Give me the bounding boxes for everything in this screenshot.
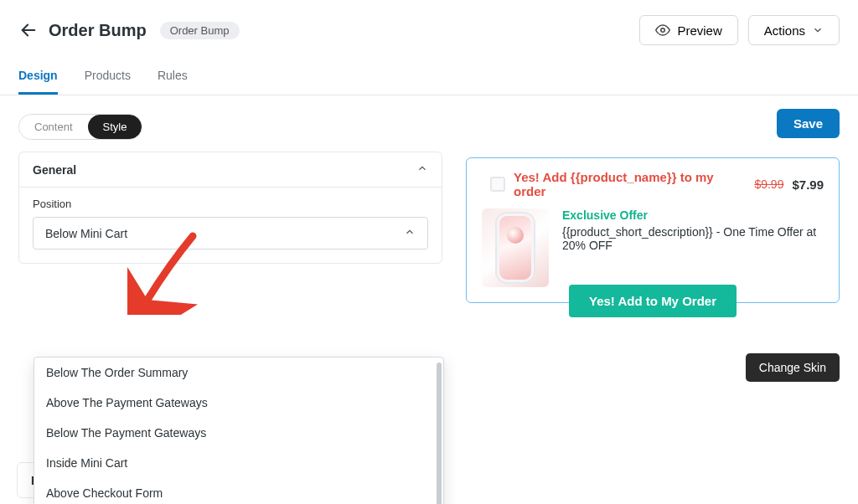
preview-button[interactable]: Preview: [639, 15, 737, 45]
tab-rules[interactable]: Rules: [158, 60, 188, 95]
option-above-payment[interactable]: Above The Payment Gateways: [34, 388, 443, 418]
chevron-up-icon: [404, 226, 416, 240]
tab-products[interactable]: Products: [85, 60, 131, 95]
offer-title: Yes! Add {{product_name}} to my order: [514, 170, 746, 198]
product-image: [482, 208, 549, 287]
option-inside-mini[interactable]: Inside Mini Cart: [34, 448, 443, 478]
offer-price: $7.99: [792, 177, 824, 192]
position-select[interactable]: Below Mini Cart: [33, 217, 428, 249]
option-above-checkout[interactable]: Above Checkout Form: [34, 478, 443, 504]
general-panel: General Position Below Mini Cart: [18, 152, 442, 264]
position-selected: Below Mini Cart: [45, 227, 127, 240]
offer-cta-button[interactable]: Yes! Add to My Order: [569, 285, 737, 317]
eye-icon: [655, 23, 670, 38]
chevron-down-icon: [812, 24, 824, 36]
page-title: Order Bump: [49, 21, 147, 40]
svg-point-1: [661, 28, 665, 33]
option-below-payment[interactable]: Below The Payment Gateways: [34, 418, 443, 448]
tab-design[interactable]: Design: [18, 60, 58, 95]
toggle-style[interactable]: Style: [88, 115, 142, 139]
offer-checkbox[interactable]: [490, 177, 505, 192]
actions-button[interactable]: Actions: [748, 15, 840, 45]
position-dropdown: Below The Order Summary Above The Paymen…: [34, 357, 444, 504]
dropdown-scrollbar[interactable]: [437, 363, 442, 504]
content-style-toggle: Content Style: [18, 114, 142, 140]
general-header[interactable]: General: [19, 152, 442, 187]
position-label: Position: [33, 198, 428, 210]
page-tag: Order Bump: [160, 22, 240, 39]
change-skin-button[interactable]: Change Skin: [746, 353, 840, 382]
offer-card: Yes! Add {{product_name}} to my order $9…: [466, 157, 840, 303]
save-button[interactable]: Save: [777, 109, 840, 138]
general-title: General: [33, 163, 76, 177]
option-below-order-summary[interactable]: Below The Order Summary: [34, 357, 443, 388]
back-arrow[interactable]: [18, 20, 39, 40]
toggle-content[interactable]: Content: [19, 115, 88, 139]
offer-subtitle: Exclusive Offer: [562, 208, 824, 222]
preview-label: Preview: [677, 23, 721, 38]
offer-price-strike: $9.99: [754, 177, 783, 191]
offer-description: {{product_short_description}} - One Time…: [562, 225, 824, 252]
actions-label: Actions: [764, 23, 805, 38]
chevron-up-icon: [416, 162, 428, 177]
